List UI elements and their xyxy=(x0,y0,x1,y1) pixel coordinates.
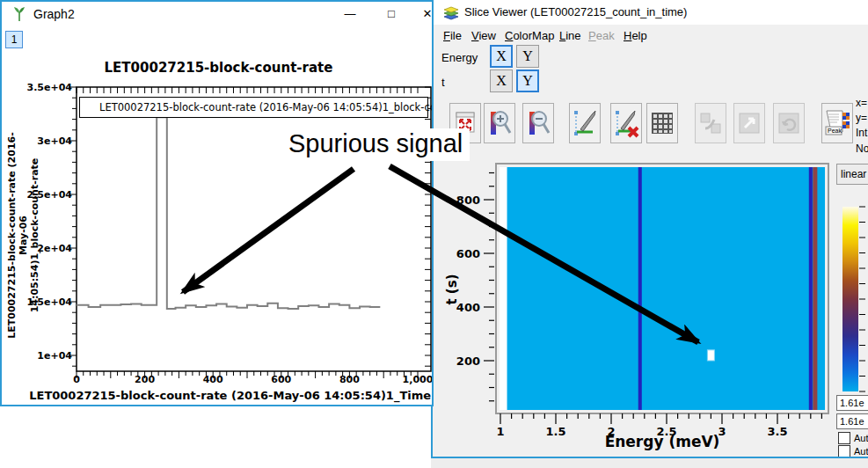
svg-text:200: 200 xyxy=(135,374,155,385)
svg-text:3e+04: 3e+04 xyxy=(37,135,72,147)
plot1-legend[interactable]: LET00027215-block-count-rate (2016-May-0… xyxy=(79,97,428,118)
autoscale-label-2: Aut xyxy=(854,446,868,457)
scale-type-button[interactable]: linear xyxy=(836,164,868,185)
svg-text:3.5e+04: 3.5e+04 xyxy=(27,82,73,93)
count-in-time-heatmap[interactable]: 11.522.533.5200400600800 xyxy=(433,0,868,458)
svg-text:600: 600 xyxy=(271,374,291,385)
slice-viewer-window: Slice Viewer (LET00027215_count_in_time)… xyxy=(431,0,868,458)
svg-text:1e+04: 1e+04 xyxy=(37,350,72,362)
autoscale-checkbox-2[interactable] xyxy=(838,445,850,457)
colorbar-max-field[interactable]: 1.61e xyxy=(836,395,868,411)
plot1-x-axis-label: LET00027215-block-count-rate (2016-May-0… xyxy=(2,389,434,402)
autoscale-checkbox-row-1: Aut xyxy=(838,432,868,444)
svg-text:800: 800 xyxy=(339,374,360,385)
annotation-label: Spurious signal xyxy=(281,128,470,161)
screen: Graph2 — □ ✕ 1 LET00027215-block-count-r… xyxy=(0,0,868,468)
block-count-rate-plot[interactable]: 1e+041.5e+042e+042.5e+043e+043.5e+040200… xyxy=(2,2,434,406)
svg-text:2e+04: 2e+04 xyxy=(37,243,72,254)
autoscale-checkbox-row-2: Aut xyxy=(838,445,868,457)
svg-text:800: 800 xyxy=(456,194,480,207)
plot2-x-axis-label: Energy (meV) xyxy=(498,433,827,450)
plot1-y-axis-label: LET00027215-block-count-rate (2016-May-0… xyxy=(6,132,40,340)
legend-text: LET00027215-block-count-rate (2016-May-0… xyxy=(99,101,434,113)
colorbar-min-field[interactable]: 1.61e xyxy=(836,413,868,429)
svg-text:200: 200 xyxy=(456,355,480,368)
autoscale-label-1: Aut xyxy=(854,433,868,443)
svg-text:400: 400 xyxy=(203,374,223,385)
plot2-y-axis-label: t (s) xyxy=(444,254,460,325)
autoscale-checkbox-1[interactable] xyxy=(838,432,850,444)
graph2-window: Graph2 — □ ✕ 1 LET00027215-block-count-r… xyxy=(0,0,434,406)
svg-text:1,000: 1,000 xyxy=(403,374,434,385)
svg-text:0: 0 xyxy=(73,374,80,385)
desktop-background xyxy=(431,458,868,468)
